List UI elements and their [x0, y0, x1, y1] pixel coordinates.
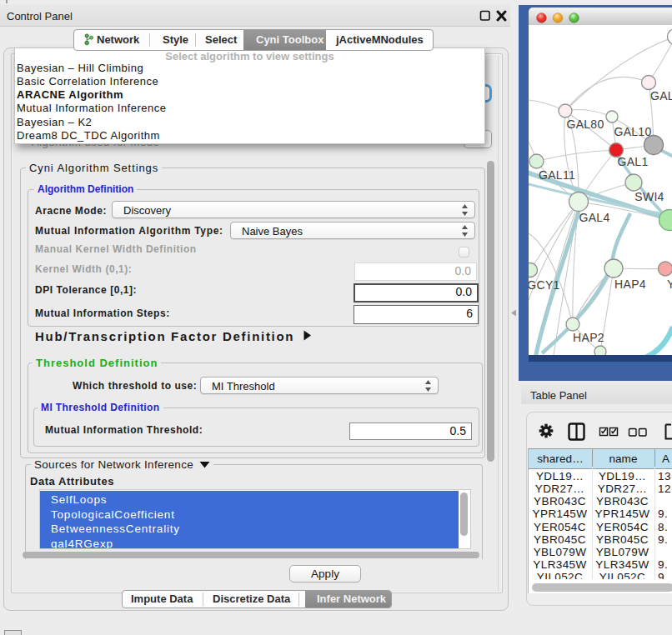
- svg-text:GAL11: GAL11: [539, 168, 575, 182]
- svg-text:HAP2: HAP2: [573, 331, 604, 344]
- svg-text:SWI4: SWI4: [634, 190, 664, 203]
- svg-text:GAL7: GAL7: [650, 89, 672, 102]
- svg-text:GAL80: GAL80: [566, 118, 604, 131]
- svg-text:Y: Y: [667, 278, 672, 291]
- svg-text:GAL1: GAL1: [618, 155, 649, 168]
- svg-text:GAL10: GAL10: [614, 125, 651, 138]
- svg-text:GAL4: GAL4: [579, 211, 610, 224]
- svg-text:GCY1: GCY1: [529, 278, 560, 292]
- svg-text:HAP4: HAP4: [614, 278, 646, 291]
